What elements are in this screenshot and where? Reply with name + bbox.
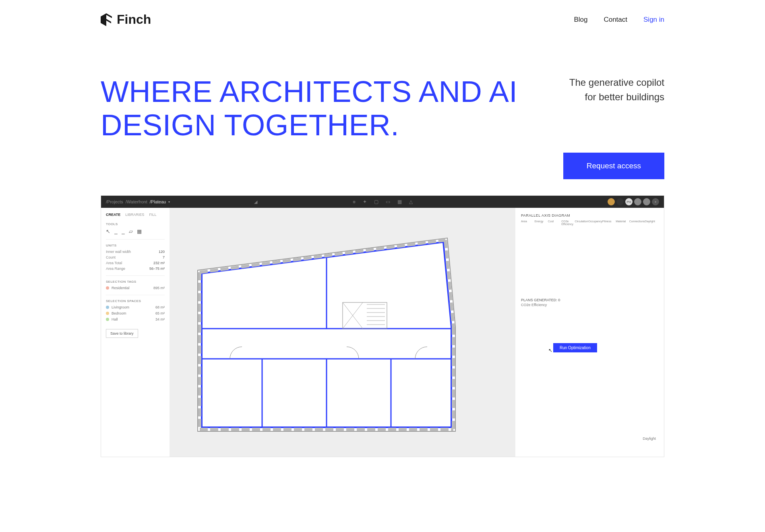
tag-row[interactable]: Residential 895 m² [106, 286, 165, 290]
breadcrumb: /Projects /Waterfront /Plateau ▾ [106, 199, 170, 204]
unit-row: Count7 [106, 255, 165, 259]
add-user-icon[interactable]: + [652, 198, 659, 205]
request-access-button[interactable]: Request access [563, 153, 664, 179]
line-tool-icon[interactable]: ⎯ [114, 228, 118, 234]
selection-tags-heading: SELECTION TAGS [106, 275, 165, 284]
avatar[interactable] [643, 198, 650, 205]
tools-heading: TOOLS [106, 222, 165, 226]
grid-icon[interactable]: ▦ [397, 199, 402, 205]
shape-icon[interactable]: △ [409, 199, 413, 205]
nav-contact[interactable]: Contact [604, 16, 627, 24]
hero-subtitle: The generative copilot for better buildi… [569, 75, 664, 104]
unit-row: Inner wall width120 [106, 250, 165, 254]
save-to-library-button[interactable]: Save to library [106, 329, 138, 338]
daylight-label: Daylight [643, 437, 656, 441]
breadcrumb-plateau[interactable]: /Plateau [150, 199, 166, 204]
app-topbar: /Projects /Waterfront /Plateau ▾ ◢ ⎈ ✦ ▢… [101, 196, 664, 208]
selection-spaces-heading: SELECTION SPACES [106, 295, 165, 303]
hero-subtitle-line1: The generative copilot [569, 75, 664, 90]
avatar[interactable] [634, 198, 641, 205]
top-nav: Blog Contact Sign in [574, 16, 664, 24]
unit-row: Area Range56–75 m² [106, 267, 165, 271]
parallel-axis-title: PARALLEL AXIS DIAGRAM [521, 213, 658, 217]
hero: WHERE ARCHITECTS AND AI DESIGN TOGETHER.… [101, 75, 664, 179]
site-header: Finch Blog Contact Sign in [101, 12, 664, 27]
space-dot-icon [106, 306, 109, 309]
pin-icon[interactable]: ⎈ [353, 199, 356, 205]
tab-fill[interactable]: FILL [149, 213, 156, 217]
plans-generated-label: PLANS GENERATED: 0 [521, 298, 658, 302]
run-optimization-button[interactable]: ↖ Run Optimization [553, 343, 597, 352]
left-panel: CREATE LIBRARIES FILL TOOLS ↖ ⎯ ⎯ ▱ ▦ UN… [101, 208, 170, 457]
topbar-logo-icon: ◢ [254, 199, 257, 205]
avatar[interactable]: PH [625, 198, 633, 205]
page-icon[interactable]: ▭ [386, 199, 390, 205]
tag-dot-icon [106, 286, 109, 290]
avatar[interactable] [616, 198, 624, 205]
breadcrumb-projects[interactable]: /Projects [106, 199, 123, 204]
space-dot-icon [106, 312, 109, 315]
toolbar-icons: ⎈ ✦ ▢ ▭ ▦ △ [353, 199, 413, 205]
tools-row: ↖ ⎯ ⎯ ▱ ▦ [106, 228, 165, 234]
space-dot-icon [106, 318, 109, 321]
logo-text: Finch [117, 12, 151, 27]
hero-subtitle-line2: for better buildings [569, 90, 664, 104]
cursor-icon: ↖ [548, 348, 552, 353]
logo[interactable]: Finch [101, 12, 151, 27]
tab-create[interactable]: CREATE [106, 213, 120, 217]
space-row[interactable]: Livingroom 68 m² [106, 305, 165, 309]
user-avatars: PH + [608, 198, 659, 205]
unit-row: Area Total232 m² [106, 261, 165, 265]
hero-title: WHERE ARCHITECTS AND AI DESIGN TOGETHER. [101, 75, 544, 142]
canvas[interactable] [170, 208, 515, 457]
space-row[interactable]: Bedroom 65 m² [106, 311, 165, 315]
app-preview: /Projects /Waterfront /Plateau ▾ ◢ ⎈ ✦ ▢… [101, 195, 664, 457]
avatar[interactable] [608, 198, 615, 205]
finch-logo-icon [101, 13, 112, 26]
floorplan [190, 230, 463, 439]
nav-signin[interactable]: Sign in [643, 16, 664, 24]
chevron-down-icon[interactable]: ▾ [168, 200, 170, 204]
pointer-tool-icon[interactable]: ↖ [106, 228, 110, 234]
nav-blog[interactable]: Blog [574, 16, 587, 24]
co2-label: CO2e Efficiency [521, 303, 658, 307]
units-heading: UNITS [106, 239, 165, 247]
space-row[interactable]: Hall 34 m² [106, 317, 165, 321]
right-panel: PARALLEL AXIS DIAGRAM Area Energy Cost C… [515, 208, 664, 457]
tab-libraries[interactable]: LIBRARIES [125, 213, 144, 217]
breadcrumb-waterfront[interactable]: /Waterfront [126, 199, 147, 204]
screen-icon[interactable]: ▢ [374, 199, 378, 205]
axis-labels: Area Energy Cost CO2e Efficiency Circula… [521, 220, 658, 226]
network-icon[interactable]: ✦ [363, 199, 367, 205]
grid-tool-icon[interactable]: ▦ [137, 228, 142, 234]
page-tool-icon[interactable]: ▱ [129, 228, 133, 234]
side-tabs: CREATE LIBRARIES FILL [106, 213, 165, 217]
dash-tool-icon[interactable]: ⎯ [122, 228, 125, 234]
